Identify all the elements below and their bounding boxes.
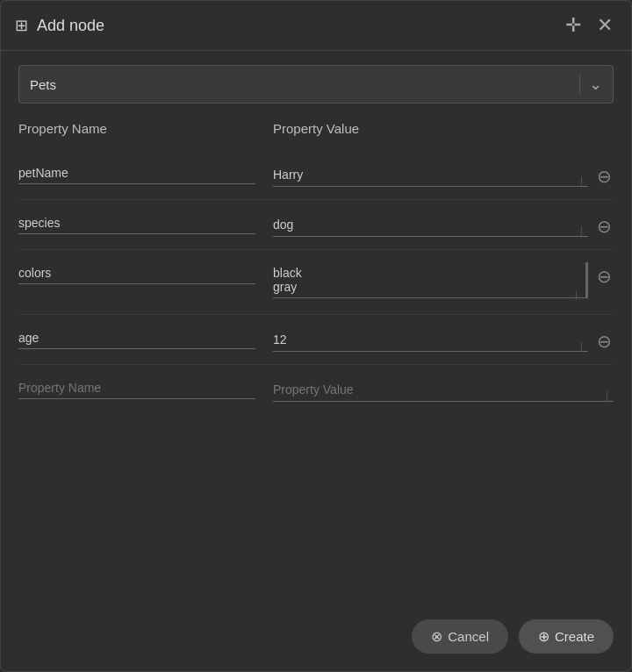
- prop-name-input[interactable]: [18, 212, 255, 234]
- prop-name-field: [18, 212, 255, 234]
- prop-name-field: [18, 262, 255, 284]
- cancel-button[interactable]: ⊗ Cancel: [412, 619, 508, 654]
- prop-name-input[interactable]: [18, 262, 255, 284]
- property-row: ⌡ ⊖: [18, 200, 614, 250]
- name-column-header: Property Name: [18, 121, 255, 136]
- dropdown-value: Pets: [30, 77, 571, 92]
- cancel-label: Cancel: [448, 629, 489, 644]
- prop-name-input[interactable]: [18, 327, 255, 349]
- remove-property-button[interactable]: ⊖: [595, 166, 614, 187]
- prop-name-input[interactable]: [18, 162, 255, 184]
- property-row: black gray ⌡ ⊖: [18, 250, 614, 315]
- property-row: ⌡ ⊖: [18, 315, 614, 365]
- prop-name-field: [18, 377, 255, 399]
- dialog-header: ⊞ Add node ✛ ✕: [1, 1, 631, 51]
- dialog-title: Add node: [37, 17, 104, 35]
- prop-value-field: ⌡: [273, 377, 614, 402]
- chevron-down-icon[interactable]: ⌄: [589, 75, 602, 94]
- title-group: ⊞ Add node: [15, 16, 104, 35]
- prop-value-placeholder-input[interactable]: [273, 377, 614, 402]
- remove-property-button[interactable]: ⊖: [595, 331, 614, 352]
- property-row: ⌡ ⊖: [18, 150, 614, 200]
- type-dropdown-row: Pets ⌄: [18, 65, 614, 104]
- column-headers: Property Name Property Value: [18, 121, 614, 136]
- add-node-dialog: ⊞ Add node ✛ ✕ Pets ⌄ Property Name Prop…: [0, 0, 632, 672]
- remove-property-button[interactable]: ⊖: [595, 216, 614, 237]
- create-button[interactable]: ⊕ Create: [519, 619, 614, 654]
- prop-name-placeholder-input[interactable]: [18, 377, 255, 399]
- prop-value-wrapper: ⌡ ⊖: [273, 212, 614, 237]
- prop-value-wrapper: black gray ⌡ ⊖: [273, 262, 614, 302]
- node-icon: ⊞: [15, 16, 28, 35]
- placeholder-property-row: ⌡: [18, 365, 614, 414]
- prop-name-field: [18, 327, 255, 349]
- prop-value-textarea[interactable]: black gray: [273, 262, 588, 298]
- header-actions: ✛ ✕: [561, 13, 617, 38]
- dropdown-divider: [579, 74, 580, 95]
- prop-value-field: ⌡: [273, 162, 588, 187]
- cancel-icon: ⊗: [431, 628, 442, 645]
- prop-name-field: [18, 162, 255, 184]
- create-icon: ⊕: [538, 628, 549, 645]
- prop-value-wrapper: ⌡ ⊖: [273, 327, 614, 352]
- remove-property-button[interactable]: ⊖: [595, 266, 614, 287]
- prop-value-field: ⌡: [273, 327, 588, 352]
- type-dropdown[interactable]: Pets ⌄: [18, 65, 614, 104]
- prop-value-input[interactable]: [273, 327, 588, 352]
- dialog-body: Pets ⌄ Property Name Property Value ⌡: [1, 51, 631, 605]
- prop-value-wrapper: ⌡: [273, 377, 614, 402]
- prop-value-input[interactable]: [273, 212, 588, 237]
- dialog-footer: ⊗ Cancel ⊕ Create: [1, 605, 631, 671]
- prop-value-input[interactable]: [273, 162, 588, 187]
- move-button[interactable]: ✛: [561, 13, 585, 38]
- properties-list: ⌡ ⊖ ⌡ ⊖: [18, 150, 614, 591]
- close-button[interactable]: ✕: [592, 13, 617, 38]
- value-column-header: Property Value: [273, 121, 614, 136]
- prop-value-field: black gray ⌡: [273, 262, 588, 302]
- prop-value-field: ⌡: [273, 212, 588, 237]
- prop-value-wrapper: ⌡ ⊖: [273, 162, 614, 187]
- create-label: Create: [555, 629, 594, 644]
